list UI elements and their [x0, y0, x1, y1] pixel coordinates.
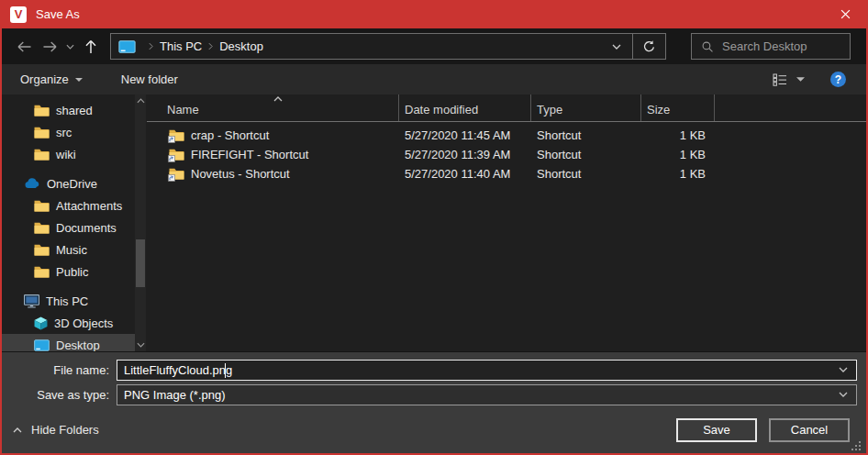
sidebar-item-attachments[interactable]: Attachments: [2, 194, 135, 216]
up-button[interactable]: [77, 35, 105, 59]
sidebar-item-music[interactable]: Music: [2, 239, 135, 261]
file-size: 1 KB: [641, 145, 715, 164]
file-type: Shortcut: [531, 145, 641, 164]
hide-folders-button[interactable]: Hide Folders: [13, 423, 676, 437]
column-header-size[interactable]: Size: [641, 94, 715, 121]
forward-button[interactable]: [37, 35, 62, 59]
arrow-left-icon: [17, 41, 32, 52]
folder-shortcut-icon: [169, 128, 184, 142]
row-filler: [715, 145, 866, 164]
close-icon: [840, 9, 851, 19]
folder-icon: [34, 126, 50, 139]
folder-shortcut-icon: [169, 148, 184, 161]
file-name-input[interactable]: LittleFluffyCloud.png: [117, 360, 857, 381]
help-button[interactable]: ?: [830, 72, 846, 87]
chevron-down-icon[interactable]: [839, 367, 848, 372]
scroll-up-button[interactable]: [135, 94, 146, 107]
new-folder-button[interactable]: New folder: [121, 72, 178, 86]
file-date: 5/27/2020 11:40 AM: [399, 164, 531, 183]
search-placeholder: Search Desktop: [722, 39, 807, 53]
resize-grip[interactable]: [851, 441, 862, 452]
details-view-icon: [773, 73, 787, 86]
save-as-type-select[interactable]: PNG Image (*.png): [117, 384, 857, 405]
folder-icon: [34, 265, 50, 279]
save-button[interactable]: Save: [676, 418, 757, 442]
chevron-down-icon[interactable]: [839, 392, 848, 397]
column-header-type[interactable]: Type: [531, 94, 641, 121]
3d-cube-icon: [34, 316, 48, 330]
search-input[interactable]: Search Desktop: [691, 33, 851, 60]
sidebar-scrollbar[interactable]: [135, 94, 146, 351]
chevron-down-icon: [66, 44, 74, 50]
sidebar-item-public[interactable]: Public: [2, 261, 135, 283]
onedrive-cloud-icon: [24, 178, 40, 189]
address-bar[interactable]: This PC Desktop: [110, 33, 666, 60]
sidebar-item-onedrive[interactable]: OneDrive: [2, 172, 135, 194]
folder-icon: [34, 104, 50, 117]
cancel-button[interactable]: Cancel: [769, 418, 850, 442]
sidebar-item-wiki[interactable]: wiki: [2, 143, 135, 165]
file-type: Shortcut: [531, 126, 641, 145]
row-filler: [715, 164, 866, 183]
scrollbar-thumb[interactable]: [136, 239, 145, 287]
folder-icon: [34, 148, 50, 161]
save-as-type-label: Save as type:: [2, 388, 117, 402]
file-date: 5/27/2020 11:39 AM: [399, 145, 531, 164]
search-icon: [701, 40, 714, 53]
breadcrumb-chevron-icon: [149, 42, 153, 50]
title-bar: V Save As: [2, 0, 866, 28]
breadcrumb-chevron-icon: [208, 42, 213, 50]
save-as-dialog: V Save As This PC Desktop: [0, 0, 868, 455]
sidebar-item-documents[interactable]: Documents: [2, 216, 135, 239]
folder-icon: [34, 199, 50, 213]
back-button[interactable]: [11, 35, 37, 59]
file-type: Shortcut: [531, 164, 641, 183]
window-title: Save As: [36, 7, 824, 21]
text-cursor: [225, 363, 226, 378]
command-toolbar: Organize New folder ?: [2, 64, 866, 94]
computer-icon: [24, 294, 39, 308]
file-size: 1 KB: [641, 126, 715, 145]
file-name-value: LittleFluffyCloud.png: [124, 363, 232, 377]
file-row-crap-shortcut[interactable]: crap - Shortcut 5/27/2020 11:45 AM Short…: [147, 126, 866, 145]
folder-icon: [34, 243, 50, 257]
bottom-panel: File name: LittleFluffyCloud.png Save as…: [2, 351, 866, 455]
chevron-up-icon: [13, 427, 22, 433]
folder-shortcut-icon: [169, 167, 184, 181]
arrow-right-icon: [42, 41, 58, 52]
column-headers: Name Date modified Type Size: [147, 94, 866, 122]
sidebar-item-3d-objects[interactable]: 3D Objects: [2, 312, 135, 334]
recent-locations-button[interactable]: [62, 35, 77, 59]
desktop-monitor-icon: [34, 339, 50, 351]
sidebar-item-this-pc[interactable]: This PC: [2, 290, 135, 312]
file-row-novetus-shortcut[interactable]: Novetus - Shortcut 5/27/2020 11:40 AM Sh…: [147, 164, 866, 183]
organize-button[interactable]: Organize: [20, 72, 83, 86]
refresh-button[interactable]: [632, 34, 665, 59]
close-button[interactable]: [824, 0, 866, 28]
change-view-button[interactable]: [773, 73, 805, 86]
folder-icon: [34, 221, 50, 235]
file-row-firefight-shortcut[interactable]: FIREFIGHT - Shortcut 5/27/2020 11:39 AM …: [147, 145, 866, 164]
column-header-date-modified[interactable]: Date modified: [399, 94, 531, 121]
navigation-bar: This PC Desktop Search Desktop: [2, 28, 866, 64]
breadcrumb-desktop[interactable]: Desktop: [219, 39, 263, 53]
desktop-monitor-icon: [118, 40, 136, 53]
arrow-up-icon: [85, 39, 96, 54]
dialog-footer: Hide Folders Save Cancel: [2, 405, 866, 454]
chevron-down-icon: [137, 342, 145, 348]
navigation-pane: shared src wiki OneDrive Attachments Doc…: [2, 94, 147, 351]
save-as-type-value: PNG Image (*.png): [124, 388, 226, 402]
file-rows: crap - Shortcut 5/27/2020 11:45 AM Short…: [147, 122, 866, 183]
file-name-label: File name:: [2, 363, 117, 377]
sort-ascending-icon: [273, 96, 283, 102]
row-filler: [715, 126, 866, 145]
breadcrumb-this-pc[interactable]: This PC: [160, 39, 202, 53]
scroll-down-button[interactable]: [135, 338, 146, 351]
address-dropdown-button[interactable]: [601, 34, 632, 59]
chevron-up-icon: [137, 98, 145, 104]
caret-down-icon: [75, 78, 83, 82]
vivaldi-logo-icon: V: [10, 6, 27, 23]
sidebar-item-src[interactable]: src: [2, 121, 135, 143]
main-content: shared src wiki OneDrive Attachments Doc…: [2, 94, 866, 351]
sidebar-item-shared[interactable]: shared: [2, 99, 135, 121]
